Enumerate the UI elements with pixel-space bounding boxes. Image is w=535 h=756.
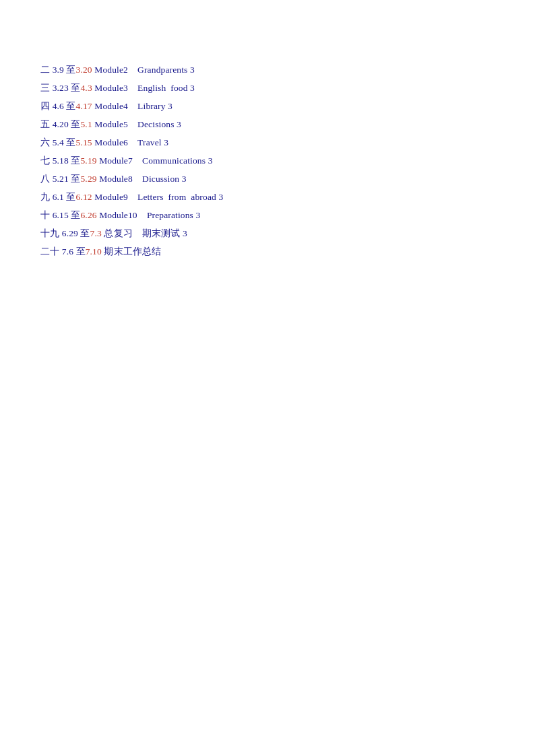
row-date-start: 5.4 [53,137,64,147]
row-date-end: 4.17 [76,101,92,111]
row-date-sep: 至 [69,174,81,184]
row-topic: Library 3 [137,101,172,111]
row-module: Module4 [92,101,137,111]
schedule-row-2: 三 3.23 至4.3 Module3 English food 3 [40,79,495,97]
schedule-row-8: 九 6.1 至6.12 Module9 Letters from abroad … [40,188,495,206]
row-date-sep: 至 [64,65,76,75]
schedule-row-9: 十 6.15 至6.26 Module10 Preparations 3 [40,206,495,224]
row-date-sep: 至 [64,137,76,147]
row-num: 二十 [40,246,62,256]
row-num: 四 [40,101,53,111]
row-date-end: 3.20 [76,65,92,75]
row-topic: Decisions 3 [137,119,181,129]
row-date-end: 4.3 [80,83,92,93]
schedule-row-6: 七 5.18 至5.19 Module7 Communications 3 [40,151,495,170]
schedule-list: 二 3.9 至3.20 Module2 Grandparents 3三 3.23… [40,61,495,261]
row-date-end: 5.19 [80,156,96,166]
row-date-start: 6.1 [53,192,64,202]
row-num: 六 [40,137,53,147]
schedule-row-11: 二十 7.6 至7.10 期末工作总结 [40,242,495,261]
row-num: 十 [40,210,53,220]
row-topic: Letters from abroad 3 [137,192,223,202]
row-num: 八 [40,174,53,184]
schedule-row-7: 八 5.21 至5.29 Module8 Dicussion 3 [40,170,495,188]
row-date-start: 5.21 [53,174,69,184]
schedule-row-3: 四 4.6 至4.17 Module4 Library 3 [40,97,495,115]
row-module: Module9 [92,192,137,202]
row-date-end: 5.29 [80,174,96,184]
row-date-start: 4.20 [53,119,69,129]
row-date-start: 3.9 [53,65,64,75]
schedule-row-4: 五 4.20 至5.1 Module5 Decisions 3 [40,115,495,133]
row-topic: Grandparents 3 [137,65,195,75]
row-date-start: 3.23 [53,83,69,93]
row-module: 期末工作总结 [102,246,161,256]
row-topic: Travel 3 [137,137,168,147]
row-date-sep: 至 [69,210,81,220]
row-date-sep: 至 [78,228,90,238]
row-topic: English food 3 [137,83,195,93]
schedule-row-10: 十九 6.29 至7.3 总复习 期末测试 3 [40,224,495,242]
row-date-start: 6.15 [53,210,69,220]
row-date-end: 7.3 [90,228,102,238]
row-date-sep: 至 [64,101,76,111]
row-date-end: 6.12 [76,192,92,202]
row-module: Module8 [97,174,142,184]
row-date-start: 7.6 [62,246,73,256]
schedule-row-5: 六 5.4 至5.15 Module6 Travel 3 [40,133,495,151]
row-module: Module3 [92,83,137,93]
row-date-sep: 至 [69,83,81,93]
row-num: 三 [40,83,53,93]
row-topic: Dicussion 3 [142,174,187,184]
row-module: Module6 [92,137,137,147]
row-date-end: 5.1 [80,119,92,129]
row-date-end: 5.15 [76,137,92,147]
row-date-start: 6.29 [62,228,78,238]
row-num: 二 [40,65,53,75]
row-num: 九 [40,192,53,202]
row-topic: Preparations 3 [147,210,201,220]
row-module: Module2 [92,65,137,75]
schedule-row-1: 二 3.9 至3.20 Module2 Grandparents 3 [40,61,495,79]
row-date-start: 4.6 [53,101,64,111]
row-date-sep: 至 [64,192,76,202]
row-date-start: 5.18 [53,156,69,166]
row-module: Module5 [92,119,137,129]
row-module: Module7 [97,156,142,166]
row-date-end: 6.26 [80,210,96,220]
row-num: 七 [40,156,53,166]
row-date-sep: 至 [73,246,86,256]
row-module: 总复习 [102,228,142,238]
row-topic: 期末测试 3 [142,228,187,238]
row-topic: Communications 3 [142,156,213,166]
row-date-end: 7.10 [86,246,102,256]
row-num: 十九 [40,228,62,238]
row-module: Module10 [97,210,147,220]
row-date-sep: 至 [69,119,81,129]
row-num: 五 [40,119,53,129]
row-date-sep: 至 [69,156,81,166]
